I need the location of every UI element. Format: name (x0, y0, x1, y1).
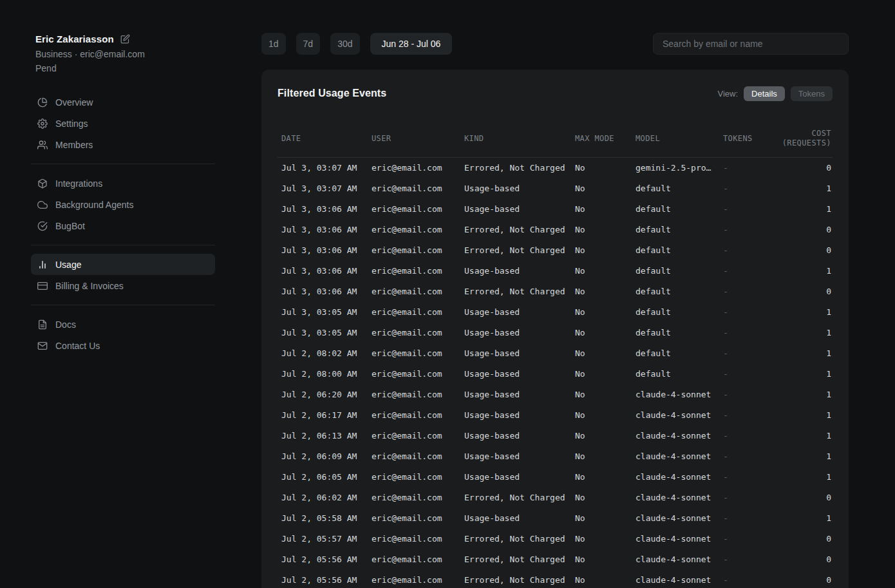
toolbar: 1d 7d 30d Jun 28 - Jul 06 (261, 33, 849, 55)
cell-max-mode: No (571, 405, 632, 426)
cell-max-mode: No (571, 384, 632, 405)
cell-user: eric@email.com (368, 384, 460, 405)
cell-cost: 1 (768, 426, 833, 446)
cell-model: claude-4-sonnet (632, 549, 719, 570)
view-details-button[interactable]: Details (744, 86, 785, 101)
col-cost: COST (REQUESTS) (768, 129, 833, 158)
cell-user: eric@email.com (368, 178, 460, 199)
cell-kind: Usage-based (460, 178, 571, 199)
cell-max-mode: No (571, 343, 632, 364)
cell-max-mode: No (571, 364, 632, 384)
cell-max-mode: No (571, 158, 632, 178)
col-kind: KIND (460, 129, 571, 158)
cell-model: default (632, 240, 719, 261)
cell-user: eric@email.com (368, 364, 460, 384)
sidebar-item-label: BugBot (55, 221, 85, 231)
cell-max-mode: No (571, 529, 632, 549)
cell-date: Jul 3, 03:06 AM (278, 220, 368, 240)
cell-kind: Usage-based (460, 467, 571, 488)
cell-max-mode: No (571, 220, 632, 240)
cell-cost: 1 (768, 199, 833, 220)
cell-tokens: - (719, 364, 768, 384)
cell-user: eric@email.com (368, 488, 460, 508)
cell-cost: 0 (768, 220, 833, 240)
cell-date: Jul 3, 03:06 AM (278, 281, 368, 302)
cell-date: Jul 3, 03:05 AM (278, 302, 368, 323)
cell-user: eric@email.com (368, 405, 460, 426)
cell-date: Jul 2, 06:20 AM (278, 384, 368, 405)
date-range-button[interactable]: Jun 28 - Jul 06 (370, 33, 453, 55)
cell-tokens: - (719, 178, 768, 199)
cell-model: claude-4-sonnet (632, 467, 719, 488)
cell-max-mode: No (571, 488, 632, 508)
sidebar-item-bugbot[interactable]: BugBot (31, 215, 215, 236)
cell-tokens: - (719, 426, 768, 446)
cell-kind: Usage-based (460, 508, 571, 529)
cell-cost: 1 (768, 178, 833, 199)
edit-name-button[interactable] (120, 34, 130, 44)
cell-user: eric@email.com (368, 570, 460, 588)
cell-cost: 1 (768, 364, 833, 384)
cell-model: default (632, 323, 719, 343)
sidebar-item-background-agents[interactable]: Background Agents (31, 194, 215, 215)
sidebar-divider (31, 305, 215, 305)
cell-user: eric@email.com (368, 199, 460, 220)
edit-icon (120, 34, 130, 44)
table-row: Jul 3, 03:06 AM eric@email.com Usage-bas… (278, 199, 833, 220)
table-row: Jul 3, 03:05 AM eric@email.com Usage-bas… (278, 323, 833, 343)
cell-user: eric@email.com (368, 549, 460, 570)
cell-cost: 1 (768, 343, 833, 364)
cell-max-mode: No (571, 549, 632, 570)
cell-cost: 0 (768, 570, 833, 588)
cell-kind: Usage-based (460, 426, 571, 446)
range-7d-button[interactable]: 7d (296, 33, 321, 55)
sidebar-item-members[interactable]: Members (31, 134, 215, 155)
bar-chart-icon (37, 260, 48, 270)
table-row: Jul 2, 06:02 AM eric@email.com Errored, … (278, 488, 833, 508)
credit-card-icon (37, 281, 48, 291)
sidebar-item-integrations[interactable]: Integrations (31, 173, 215, 194)
people-icon (37, 140, 48, 150)
cell-kind: Errored, Not Charged (460, 158, 571, 178)
cell-kind: Errored, Not Charged (460, 240, 571, 261)
envelope-icon (37, 341, 48, 351)
cell-tokens: - (719, 467, 768, 488)
table-row: Jul 2, 06:17 AM eric@email.com Usage-bas… (278, 405, 833, 426)
cell-model: default (632, 178, 719, 199)
sidebar-divider (31, 245, 215, 245)
sidebar-item-usage[interactable]: Usage (31, 254, 215, 275)
sidebar-item-overview[interactable]: Overview (31, 91, 215, 113)
sidebar-item-billing[interactable]: Billing & Invoices (31, 275, 215, 296)
col-max-mode: MAX MODE (571, 129, 632, 158)
range-1d-button[interactable]: 1d (261, 33, 286, 55)
cell-date: Jul 2, 06:02 AM (278, 488, 368, 508)
sidebar-item-settings[interactable]: Settings (31, 113, 215, 134)
cell-date: Jul 2, 05:57 AM (278, 529, 368, 549)
cell-model: claude-4-sonnet (632, 508, 719, 529)
col-date: DATE (278, 129, 368, 158)
search-input[interactable] (653, 33, 849, 55)
cell-model: gemini-2.5-pro… (632, 158, 719, 178)
cell-date: Jul 3, 03:07 AM (278, 158, 368, 178)
view-tokens-button[interactable]: Tokens (791, 86, 833, 101)
cell-model: default (632, 220, 719, 240)
cell-date: Jul 2, 06:17 AM (278, 405, 368, 426)
cell-date: Jul 2, 08:02 AM (278, 343, 368, 364)
table-row: Jul 2, 06:09 AM eric@email.com Usage-bas… (278, 446, 833, 467)
sidebar-item-docs[interactable]: Docs (31, 314, 215, 335)
cloud-icon (37, 200, 48, 210)
cell-user: eric@email.com (368, 261, 460, 281)
range-30d-button[interactable]: 30d (330, 33, 359, 55)
cell-date: Jul 2, 05:56 AM (278, 549, 368, 570)
sidebar-item-contact[interactable]: Contact Us (31, 335, 215, 356)
sidebar-item-label: Usage (55, 260, 81, 270)
cell-kind: Errored, Not Charged (460, 281, 571, 302)
cell-cost: 1 (768, 302, 833, 323)
cell-kind: Usage-based (460, 405, 571, 426)
cell-date: Jul 3, 03:06 AM (278, 240, 368, 261)
view-label: View: (717, 89, 738, 99)
cell-tokens: - (719, 529, 768, 549)
cell-cost: 0 (768, 549, 833, 570)
gear-icon (37, 119, 48, 129)
table-row: Jul 3, 03:07 AM eric@email.com Usage-bas… (278, 178, 833, 199)
